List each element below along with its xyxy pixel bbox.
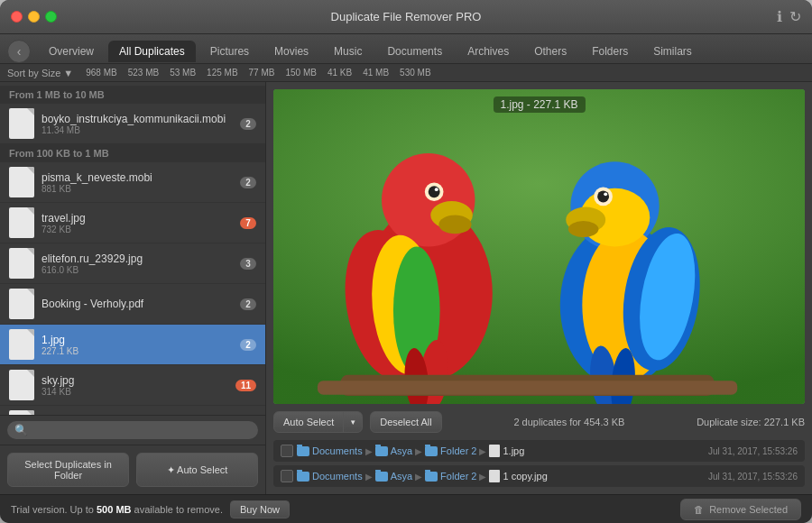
tab-music[interactable]: Music bbox=[323, 41, 373, 62]
file-size: 881 KB bbox=[42, 184, 240, 194]
duplicate-badge: 2 bbox=[240, 118, 256, 130]
file-name: pisma_k_neveste.mobi bbox=[42, 171, 240, 184]
list-item[interactable]: travel.jpg 732 KB 7 bbox=[0, 203, 265, 243]
tab-pictures[interactable]: Pictures bbox=[199, 41, 260, 62]
search-input[interactable] bbox=[32, 424, 251, 436]
file-info: boyko_instrukciya_kommunikacii.mobi 11.3… bbox=[42, 113, 240, 135]
trial-suffix: available to remove. bbox=[132, 504, 224, 515]
tab-documents[interactable]: Documents bbox=[376, 41, 453, 62]
folder-label: Asya bbox=[391, 445, 412, 456]
section-header-1mb: From 1 MB to 10 MB bbox=[0, 86, 265, 104]
file-name: 1.jpg bbox=[42, 334, 240, 346]
left-panel: From 1 MB to 10 MB boyko_instrukciya_kom… bbox=[0, 82, 266, 494]
remove-selected-button[interactable]: 🗑 Remove Selected bbox=[680, 499, 801, 520]
list-item[interactable]: sky.jpg 314 KB 11 bbox=[0, 365, 265, 406]
svg-point-13 bbox=[435, 188, 438, 191]
dup-path-row[interactable]: Documents ▶ Asya ▶ Folder 2 ▶ bbox=[273, 440, 805, 462]
duplicate-count-info: 2 duplicates for 454.3 KB bbox=[449, 417, 689, 427]
duplicate-badge: 2 bbox=[240, 298, 256, 310]
file-name: sky.jpg bbox=[42, 374, 235, 387]
path-checkbox-2[interactable] bbox=[281, 470, 293, 482]
file-icon bbox=[9, 410, 34, 415]
tab-overview[interactable]: Overview bbox=[38, 41, 105, 62]
minimize-button[interactable] bbox=[28, 11, 40, 23]
dup-path-row[interactable]: Documents ▶ Asya ▶ Folder 2 ▶ bbox=[273, 465, 805, 487]
search-input-wrap: 🔍 bbox=[7, 421, 258, 439]
path-arrow: ▶ bbox=[479, 472, 486, 482]
search-icon: 🔍 bbox=[14, 424, 28, 436]
path-arrow: ▶ bbox=[479, 446, 486, 456]
size-all-duplicates: 968 MB bbox=[80, 66, 122, 79]
traffic-lights bbox=[11, 11, 57, 23]
file-list: From 1 MB to 10 MB boyko_instrukciya_kom… bbox=[0, 82, 265, 415]
svg-point-10 bbox=[438, 216, 471, 234]
path-folder: Folder 2 bbox=[425, 471, 476, 482]
path-breadcrumb-1: Documents ▶ Asya ▶ Folder 2 ▶ bbox=[297, 445, 705, 457]
tab-movies[interactable]: Movies bbox=[263, 41, 319, 62]
path-arrow: ▶ bbox=[415, 446, 422, 456]
select-duplicates-button[interactable]: Select Duplicates in Folder bbox=[7, 453, 129, 487]
remove-selected-label: Remove Selected bbox=[709, 504, 788, 515]
window-title: Duplicate File Remover PRO bbox=[331, 10, 482, 23]
list-item[interactable]: Grand-Canyon-Arizona.jpg 195.9 KB 2 bbox=[0, 406, 265, 415]
auto-select-button[interactable]: ✦ Auto Select bbox=[136, 453, 258, 487]
auto-select-arrow-icon: ▼ bbox=[344, 414, 362, 431]
folder-label: Folder 2 bbox=[440, 471, 476, 482]
list-item[interactable]: Booking - Verholy.pdf 2 bbox=[0, 284, 265, 325]
path-date: Jul 31, 2017, 15:53:26 bbox=[708, 446, 798, 456]
duplicate-controls: Auto Select ▼ Deselect All 2 duplicates … bbox=[273, 411, 805, 433]
tab-all-duplicates[interactable]: All Duplicates bbox=[108, 41, 196, 62]
file-info: pisma_k_neveste.mobi 881 KB bbox=[42, 171, 240, 194]
close-button[interactable] bbox=[11, 11, 23, 23]
file-size: 616.0 KB bbox=[42, 265, 240, 275]
path-folder: Folder 2 bbox=[425, 445, 476, 456]
file-icon bbox=[9, 108, 34, 139]
path-checkbox-1[interactable] bbox=[281, 445, 293, 457]
size-movies: 53 MB bbox=[164, 66, 201, 79]
svg-point-23 bbox=[568, 221, 599, 237]
titlebar-actions: ℹ ↻ bbox=[777, 8, 801, 25]
list-item[interactable]: 1.jpg 227.1 KB 2 bbox=[0, 325, 265, 365]
tab-others[interactable]: Others bbox=[523, 41, 577, 62]
deselect-all-button[interactable]: Deselect All bbox=[370, 411, 441, 433]
size-documents: 77 MB bbox=[244, 66, 281, 79]
file-info: travel.jpg 732 KB bbox=[42, 212, 240, 234]
duplicate-paths: Documents ▶ Asya ▶ Folder 2 ▶ bbox=[273, 440, 805, 487]
tab-bar: ‹ Overview All Duplicates Pictures Movie… bbox=[0, 34, 812, 64]
maximize-button[interactable] bbox=[45, 11, 57, 23]
right-panel: 1.jpg - 227.1 KB bbox=[266, 82, 812, 494]
folder-label: Folder 2 bbox=[440, 445, 476, 456]
info-icon[interactable]: ℹ bbox=[777, 8, 782, 25]
preview-image bbox=[273, 89, 805, 404]
svg-point-26 bbox=[604, 192, 607, 196]
refresh-icon[interactable]: ↻ bbox=[789, 8, 801, 25]
main-content: From 1 MB to 10 MB boyko_instrukciya_kom… bbox=[0, 82, 812, 494]
size-bar: Sort by Size ▼ 968 MB 523 MB 53 MB 125 M… bbox=[0, 64, 812, 82]
preview-area: 1.jpg - 227.1 KB bbox=[273, 89, 805, 404]
list-item[interactable]: elitefon.ru_23929.jpg 616.0 KB 3 bbox=[0, 243, 265, 284]
svg-rect-28 bbox=[318, 381, 737, 395]
path-folder: Asya bbox=[375, 471, 412, 482]
file-icon bbox=[9, 248, 34, 279]
folder-icon bbox=[375, 472, 388, 482]
sort-label[interactable]: Sort by Size ▼ bbox=[7, 68, 73, 78]
buy-now-button[interactable]: Buy Now bbox=[230, 500, 290, 518]
svg-point-25 bbox=[597, 190, 609, 202]
tab-similars[interactable]: Similars bbox=[642, 41, 703, 62]
file-info: sky.jpg 314 KB bbox=[42, 374, 235, 397]
auto-select-main-label: Auto Select bbox=[274, 412, 344, 432]
main-window: Duplicate File Remover PRO ℹ ↻ ‹ Overvie… bbox=[0, 0, 812, 523]
tab-folders[interactable]: Folders bbox=[581, 41, 639, 62]
path-arrow: ▶ bbox=[415, 472, 422, 482]
list-item[interactable]: pisma_k_neveste.mobi 881 KB 2 bbox=[0, 162, 265, 203]
auto-select-split-button[interactable]: Auto Select ▼ bbox=[273, 411, 363, 433]
list-item[interactable]: boyko_instrukciya_kommunikacii.mobi 11.3… bbox=[0, 104, 265, 144]
back-button[interactable]: ‹ bbox=[7, 40, 31, 63]
file-size: 732 KB bbox=[42, 225, 240, 234]
tab-archives[interactable]: Archives bbox=[457, 41, 520, 62]
size-music: 125 MB bbox=[201, 66, 243, 79]
file-info: Booking - Verholy.pdf bbox=[42, 298, 240, 310]
trial-highlight: 500 MB bbox=[97, 504, 132, 515]
file-info: 1.jpg 227.1 KB bbox=[42, 334, 240, 356]
search-bar: 🔍 bbox=[0, 415, 265, 445]
